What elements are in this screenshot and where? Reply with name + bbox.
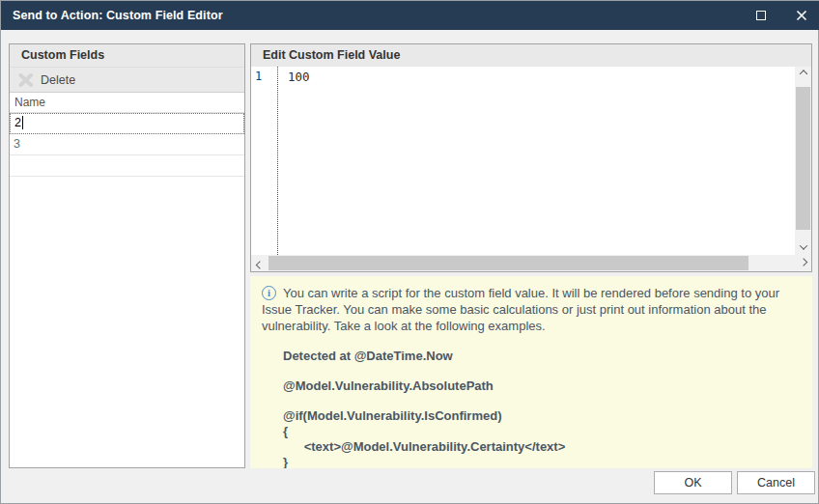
- text-caret: [22, 116, 23, 129]
- scroll-down-button[interactable]: [795, 238, 811, 255]
- code-input[interactable]: 100: [279, 67, 795, 255]
- close-button[interactable]: [785, 1, 818, 30]
- horizontal-scrollbar[interactable]: [251, 255, 811, 271]
- field-row-editing[interactable]: 2: [10, 113, 244, 134]
- info-intro-text: You can write a script for the custom fi…: [262, 285, 799, 334]
- vertical-scrollbar[interactable]: [795, 67, 811, 255]
- line-number-gutter: 1: [251, 67, 278, 255]
- horizontal-scroll-thumb[interactable]: [268, 256, 748, 270]
- info-icon: i: [262, 286, 276, 300]
- example-line: @if(Model.Vulnerability.IsConfirmed): [283, 408, 799, 424]
- vertical-scroll-track[interactable]: [795, 83, 811, 238]
- horizontal-scroll-track[interactable]: [268, 255, 795, 271]
- custom-fields-header: Custom Fields: [10, 44, 244, 67]
- scroll-up-button[interactable]: [795, 67, 811, 83]
- maximize-button[interactable]: [745, 1, 777, 30]
- info-examples: Detected at @DateTime.Now @Model.Vulnera…: [283, 349, 799, 468]
- chevron-up-icon: [799, 70, 806, 77]
- delete-button[interactable]: Delete: [41, 73, 75, 87]
- example-line: <text>@Model.Vulnerability.Certainty</te…: [283, 439, 799, 455]
- script-help-infobox: i You can write a script for the custom …: [250, 276, 812, 468]
- custom-fields-toolbar: Delete: [10, 67, 244, 93]
- send-to-action-dialog: Send to Action: Custom Field Editor Cust…: [0, 0, 819, 504]
- ok-button[interactable]: OK: [654, 471, 732, 494]
- example-line: @Model.Vulnerability.AbsolutePath: [283, 378, 799, 394]
- cancel-button[interactable]: Cancel: [737, 471, 815, 494]
- custom-fields-panel: Custom Fields Delete Name 2 3: [9, 43, 245, 468]
- example-line: }: [283, 455, 799, 468]
- chevron-right-icon: [799, 258, 806, 266]
- edit-value-panel: Edit Custom Field Value 1 100: [250, 43, 812, 272]
- script-editor[interactable]: 1 100: [251, 67, 811, 271]
- name-column-header[interactable]: Name: [10, 93, 244, 113]
- chevron-down-icon: [799, 241, 806, 249]
- field-name-value: 2: [14, 116, 21, 129]
- delete-icon: [18, 73, 34, 87]
- close-icon: [796, 10, 807, 21]
- edit-value-header: Edit Custom Field Value: [251, 44, 811, 67]
- chevron-left-icon: [255, 261, 263, 268]
- example-line: {: [283, 424, 799, 439]
- line-number: 1: [255, 70, 262, 83]
- scroll-left-button[interactable]: [251, 255, 268, 271]
- field-name-value: 3: [14, 137, 20, 151]
- scroll-right-button[interactable]: [795, 255, 811, 271]
- titlebar[interactable]: Send to Action: Custom Field Editor: [1, 1, 819, 30]
- example-line: Detected at @DateTime.Now: [283, 349, 799, 364]
- vertical-scroll-thumb[interactable]: [796, 87, 810, 230]
- maximize-icon: [756, 11, 766, 20]
- field-row-empty[interactable]: [10, 155, 244, 177]
- field-row[interactable]: 3: [10, 134, 244, 155]
- window-title: Send to Action: Custom Field Editor: [13, 9, 223, 22]
